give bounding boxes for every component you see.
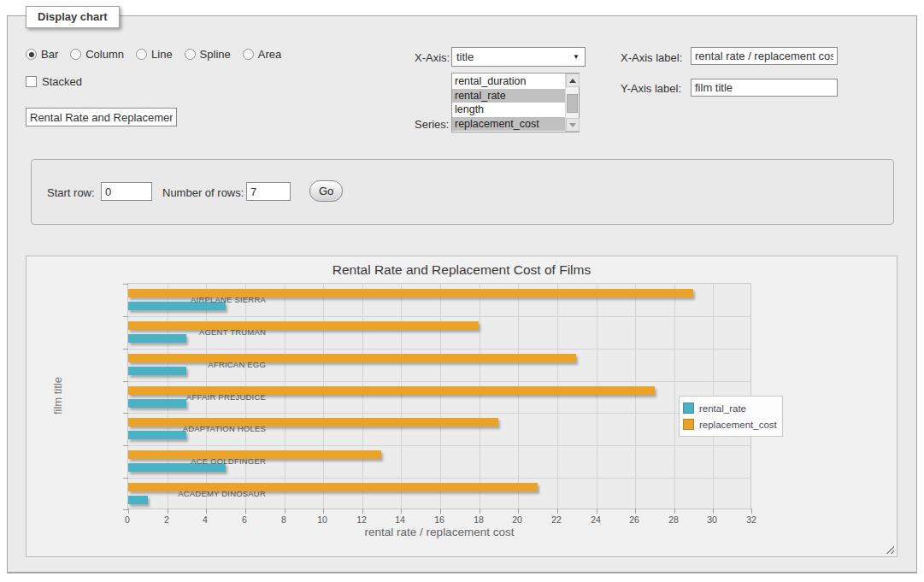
legend-swatch-icon <box>683 419 694 430</box>
x-tick-mark <box>518 509 519 514</box>
x-tick-mark <box>128 509 129 514</box>
y-tick-mark <box>123 381 128 382</box>
x-tick-mark <box>362 509 363 514</box>
gridline <box>323 284 324 509</box>
series-options: rental_durationrental_ratelengthreplacem… <box>452 73 565 132</box>
bar-rental_rate <box>128 367 186 375</box>
radio-line[interactable]: Line <box>136 48 173 61</box>
num-rows-input[interactable] <box>246 182 291 201</box>
gridline <box>480 284 480 509</box>
radio-circle-icon[interactable] <box>26 49 37 60</box>
x-tick-label: 0 <box>125 514 130 525</box>
gridline <box>128 349 750 350</box>
bar-replacement_cost <box>128 321 479 330</box>
bar-rental_rate <box>128 496 148 504</box>
go-button[interactable]: Go <box>309 180 343 202</box>
x-tick-label: 16 <box>434 514 444 525</box>
y-axis-title: film title <box>51 377 64 414</box>
y-tick-mark <box>123 284 128 285</box>
radio-area[interactable]: Area <box>243 48 281 61</box>
gridline <box>128 316 750 317</box>
x-tick-label: 6 <box>242 514 247 525</box>
scroll-up-button[interactable] <box>566 73 580 87</box>
x-tick-mark <box>206 509 207 514</box>
gridline <box>128 478 750 479</box>
radio-circle-icon[interactable] <box>243 49 254 60</box>
x-tick-mark <box>440 509 441 514</box>
legend-item-rental_rate: rental_rate <box>683 400 777 416</box>
y-category-label: ACE GOLDFINGER <box>191 456 266 466</box>
gridline <box>128 445 750 446</box>
x-tick-mark <box>597 509 597 514</box>
scrollbar-thumb[interactable] <box>567 94 578 113</box>
resize-handle-icon[interactable] <box>885 544 894 554</box>
gridline <box>635 284 636 509</box>
gridline <box>128 413 750 414</box>
legend-label: rental_rate <box>699 403 746 414</box>
legend-item-replacement_cost: replacement_cost <box>683 416 777 432</box>
y-category-label: AIRPLANE SIERRA <box>191 294 266 303</box>
gridline <box>674 284 675 509</box>
radio-circle-icon[interactable] <box>185 49 196 60</box>
series-list-scrollbar[interactable] <box>565 73 579 132</box>
y-axis-label-input[interactable] <box>691 79 838 97</box>
x-axis-select-label: X-Axis: <box>415 51 450 64</box>
start-row-input[interactable] <box>101 182 152 201</box>
series-multiselect[interactable]: rental_durationrental_ratelengthreplacem… <box>451 73 580 132</box>
chart-container: Rental Rate and Replacement Cost of Film… <box>26 256 898 557</box>
scroll-down-button[interactable] <box>566 118 580 132</box>
chevron-down-icon: ▼ <box>573 53 580 61</box>
y-tick-mark <box>123 413 128 414</box>
radio-bar[interactable]: Bar <box>26 48 58 61</box>
x-tick-mark <box>557 509 558 514</box>
radio-column[interactable]: Column <box>70 48 124 61</box>
triangle-up-icon <box>569 79 576 83</box>
y-category-label: ACADEMY DINOSAUR <box>178 489 266 498</box>
x-tick-label: 10 <box>317 514 327 525</box>
y-category-label: AFFAIR PREJUDICE <box>186 391 266 401</box>
x-tick-label: 12 <box>356 514 367 525</box>
series-option-rental_rate[interactable]: rental_rate <box>452 89 565 103</box>
x-tick-mark <box>285 509 285 514</box>
radio-circle-icon[interactable] <box>136 49 147 60</box>
gridline <box>168 284 168 509</box>
bar-replacement_cost <box>128 354 576 362</box>
panel-title: Display chart <box>26 6 120 28</box>
chart-title-input[interactable] <box>26 108 177 126</box>
series-option-replacement_cost[interactable]: replacement_cost <box>452 117 565 132</box>
radio-spline[interactable]: Spline <box>185 48 231 61</box>
chart-type-radio-group: BarColumnLineSplineArea <box>26 48 281 61</box>
x-axis-select[interactable]: title ▼ <box>451 47 586 67</box>
bar-rental_rate <box>128 399 186 408</box>
y-tick-mark <box>123 349 128 350</box>
x-tick-mark <box>480 509 480 514</box>
x-tick-label: 30 <box>707 514 717 525</box>
triangle-down-icon <box>569 123 576 127</box>
stacked-checkbox-row: Stacked <box>26 75 82 88</box>
x-tick-mark <box>635 509 636 514</box>
x-tick-label: 32 <box>746 514 756 525</box>
series-option-length[interactable]: length <box>452 103 565 117</box>
num-rows-label: Number of rows: <box>162 186 244 199</box>
x-tick-label: 2 <box>164 514 169 525</box>
start-row-label: Start row: <box>47 186 95 199</box>
x-tick-label: 20 <box>512 514 522 525</box>
radio-label: Area <box>258 48 281 61</box>
row-range-box <box>31 159 894 225</box>
x-tick-label: 18 <box>474 514 484 525</box>
radio-label: Line <box>151 48 173 61</box>
gridline <box>401 284 402 509</box>
x-axis-label-input[interactable] <box>691 47 838 65</box>
y-category-label: AGENT TRUMAN <box>199 326 266 336</box>
stacked-checkbox[interactable] <box>26 76 37 87</box>
radio-label: Column <box>85 48 124 61</box>
legend-swatch-icon <box>683 403 694 414</box>
stacked-label: Stacked <box>42 75 82 88</box>
y-tick-mark <box>123 316 128 317</box>
y-tick-mark <box>123 509 128 510</box>
radio-label: Spline <box>200 48 231 61</box>
gridline <box>128 381 750 382</box>
radio-circle-icon[interactable] <box>70 49 81 60</box>
y-category-label: AFRICAN EGG <box>208 359 266 368</box>
series-option-rental_duration[interactable]: rental_duration <box>452 74 565 89</box>
